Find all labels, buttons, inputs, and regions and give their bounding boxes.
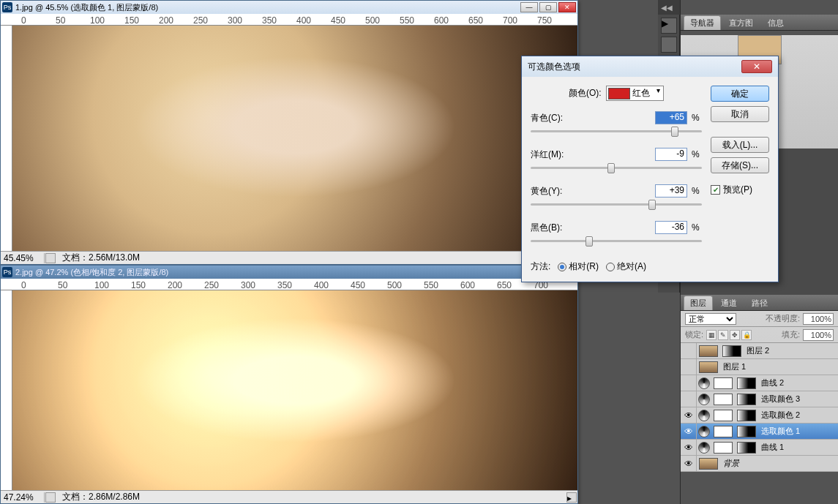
visibility-toggle[interactable] (681, 375, 697, 391)
visibility-toggle[interactable]: 👁 (681, 456, 697, 472)
layer-row[interactable]: 选取颜色 3 (681, 391, 838, 407)
mask-thumbnail[interactable] (737, 377, 756, 389)
layer-name[interactable]: 选取颜色 3 (761, 394, 800, 405)
slider-value[interactable]: -36 (655, 221, 687, 234)
visibility-toggle[interactable] (681, 391, 697, 407)
method-absolute-radio[interactable]: 绝对(A) (606, 260, 646, 273)
statusbar-menu-icon[interactable]: ▸ (566, 492, 577, 503)
slider-value[interactable]: -9 (655, 148, 687, 161)
lock-pixels-icon[interactable]: ✎ (718, 330, 728, 340)
layer-thumbnail[interactable] (699, 458, 718, 470)
layer-name[interactable]: 选取颜色 2 (761, 410, 800, 421)
layer-name[interactable]: 曲线 2 (761, 377, 784, 388)
slider-label: 洋红(M): (531, 148, 572, 161)
visibility-toggle[interactable] (681, 359, 697, 375)
layer-row[interactable]: 图层 1 (681, 359, 838, 375)
opacity-field[interactable]: 100% (803, 313, 834, 325)
canvas[interactable] (12, 290, 577, 490)
ruler-vertical[interactable] (1, 26, 12, 251)
tab-navigator[interactable]: 导航器 (684, 15, 721, 30)
layer-row[interactable]: 👁选取颜色 1 (681, 424, 838, 440)
layer-thumbnail[interactable] (714, 442, 733, 454)
status-bar: 47.24% 文档：2.86M/2.86M ▸ (1, 490, 577, 503)
lock-all-icon[interactable]: 🔒 (741, 330, 752, 340)
tab-layers[interactable]: 图层 (684, 296, 713, 310)
layer-row[interactable]: 👁选取颜色 2 (681, 407, 838, 424)
dialog-title-text: 可选颜色选项 (528, 61, 741, 73)
slider-value[interactable]: +65 (655, 111, 687, 124)
mask-thumbnail[interactable] (737, 410, 756, 421)
visibility-toggle[interactable]: 👁 (681, 440, 697, 456)
layer-name[interactable]: 曲线 1 (761, 442, 784, 453)
slider-value[interactable]: +39 (655, 184, 687, 198)
tab-channels[interactable]: 通道 (714, 296, 744, 310)
visibility-toggle[interactable]: 👁 (681, 407, 697, 424)
slider-track[interactable] (531, 237, 702, 250)
layer-row[interactable]: 👁背景 (681, 456, 838, 472)
layer-name[interactable]: 图层 1 (723, 361, 746, 372)
document-title: 2.jpg @ 47.2% (色相/饱和度 2, 图层蒙版/8) (15, 267, 576, 278)
selected-color-text: 红色 (632, 88, 650, 98)
color-select[interactable]: 红色 (606, 86, 664, 101)
fill-field[interactable]: 100% (803, 329, 834, 341)
save-button[interactable]: 存储(S)... (711, 157, 769, 173)
zoom-field[interactable]: 47.24% (1, 492, 45, 503)
ruler-horizontal[interactable]: 0 50 100 150 200 250 300 350 400 450 500… (1, 279, 577, 290)
lock-label: 锁定: (685, 329, 703, 340)
mask-thumbnail[interactable] (737, 426, 756, 437)
visibility-toggle[interactable] (681, 343, 697, 359)
cancel-button[interactable]: 取消 (711, 106, 769, 122)
adjustment-icon (698, 394, 710, 405)
method-relative-radio[interactable]: 相对(R) (558, 260, 599, 273)
close-button[interactable]: ✕ (558, 2, 576, 12)
layer-thumbnail[interactable] (699, 361, 718, 373)
dialog-close-button[interactable]: ✕ (741, 60, 772, 73)
canvas[interactable] (12, 26, 577, 251)
tab-info[interactable]: 信息 (761, 15, 790, 30)
lock-position-icon[interactable]: ✥ (730, 330, 740, 340)
minimize-button[interactable]: — (520, 2, 538, 12)
preview-checkbox[interactable]: ✔预览(P) (711, 184, 769, 196)
titlebar[interactable]: Ps 1.jpg @ 45.5% (选取颜色 1, 图层蒙版/8) — ▢ ✕ (1, 1, 577, 14)
navigator-tabs: 导航器 直方图 信息 (681, 15, 838, 31)
layer-thumbnail[interactable] (714, 377, 733, 389)
load-button[interactable]: 载入(L)... (711, 137, 769, 153)
mask-thumbnail[interactable] (722, 345, 741, 357)
layer-thumbnail[interactable] (714, 394, 733, 405)
mask-thumbnail[interactable] (737, 394, 756, 405)
dialog-titlebar[interactable]: 可选颜色选项 ✕ (522, 56, 778, 77)
statusbar-nav-icon[interactable] (45, 492, 56, 503)
layer-row[interactable]: 曲线 2 (681, 375, 838, 391)
lock-transparency-icon[interactable]: ▦ (706, 330, 717, 340)
method-label: 方法: (531, 260, 550, 273)
slider-track[interactable] (531, 127, 702, 140)
layer-name[interactable]: 图层 2 (747, 345, 769, 356)
statusbar-nav-icon[interactable] (45, 253, 56, 263)
layer-name[interactable]: 背景 (723, 458, 739, 469)
mask-thumbnail[interactable] (737, 442, 756, 454)
ruler-vertical[interactable] (1, 290, 12, 490)
ok-button[interactable]: 确定 (711, 86, 769, 102)
ruler-horizontal[interactable]: 0 50 100 150 200 250 300 350 400 450 500… (1, 14, 577, 26)
panel-icon[interactable]: ▶ (661, 18, 677, 34)
adjustment-icon (698, 442, 710, 454)
slider-track[interactable] (531, 200, 702, 214)
layer-thumbnail[interactable] (699, 345, 718, 357)
maximize-button[interactable]: ▢ (539, 2, 557, 12)
visibility-toggle[interactable]: 👁 (681, 424, 697, 440)
layer-name[interactable]: 选取颜色 1 (761, 426, 800, 437)
color-swatch-icon (608, 88, 630, 99)
layer-thumbnail[interactable] (714, 410, 733, 421)
panel-icon[interactable] (661, 37, 677, 53)
layer-thumbnail[interactable] (714, 426, 733, 437)
slider-label: 黑色(B): (531, 222, 572, 234)
tab-histogram[interactable]: 直方图 (722, 15, 760, 30)
blend-mode-select[interactable]: 正常 (685, 313, 736, 325)
tab-paths[interactable]: 路径 (745, 296, 774, 310)
zoom-field[interactable]: 45.45% (1, 253, 45, 263)
opacity-label: 不透明度: (766, 313, 800, 324)
slider-track[interactable] (531, 164, 702, 177)
layer-row[interactable]: 图层 2 (681, 343, 838, 359)
layer-row[interactable]: 👁曲线 1 (681, 440, 838, 456)
doc-size-info: 文档：2.56M/13.0M (56, 252, 566, 264)
